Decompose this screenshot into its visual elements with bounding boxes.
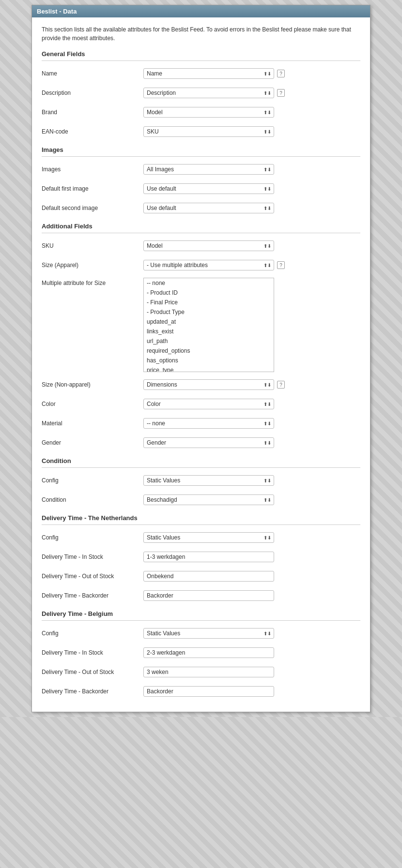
select-wrapper-ean: SKU ⬆⬇ (143, 126, 274, 137)
list-item[interactable]: price_type (144, 365, 274, 372)
field-delivery-nl-config: Config Static Values ⬆⬇ (42, 531, 360, 544)
select-delivery-be-config[interactable]: Static Values (143, 628, 274, 639)
select-gender[interactable]: Gender (143, 437, 274, 448)
select-condition-value[interactable]: Beschadigd (143, 494, 274, 505)
select-name[interactable]: Name (143, 68, 274, 79)
select-description[interactable]: Description (143, 88, 274, 98)
label-material: Material (42, 420, 143, 427)
select-size-apparel[interactable]: - Use multiple attributes (143, 260, 274, 270)
control-ean: SKU ⬆⬇ (143, 126, 360, 137)
select-wrapper-brand: Model ⬆⬇ (143, 107, 274, 118)
field-condition-value: Condition Beschadigd ⬆⬇ (42, 493, 360, 507)
listbox-multiple-attribute-size[interactable]: -- none - Product ID - Final Price - Pro… (143, 278, 274, 372)
input-delivery-nl-backorder[interactable] (143, 590, 274, 601)
field-default-second-image: Default second image Use default ⬆⬇ (42, 201, 360, 215)
select-sku[interactable]: Model (143, 240, 274, 251)
control-brand: Model ⬆⬇ (143, 107, 360, 118)
control-delivery-nl-out-of-stock (143, 571, 360, 582)
select-ean[interactable]: SKU (143, 126, 274, 137)
label-delivery-nl-backorder: Delivery Time - Backorder (42, 592, 143, 599)
input-delivery-be-in-stock[interactable] (143, 647, 274, 658)
field-size-apparel: Size (Apparel) - Use multiple attributes… (42, 258, 360, 272)
help-icon-description[interactable]: ? (277, 89, 285, 97)
field-default-first-image: Default first image Use default ⬆⬇ (42, 182, 360, 195)
select-wrapper-material: -- none ⬆⬇ (143, 418, 274, 429)
select-wrapper-color: Color ⬆⬇ (143, 399, 274, 409)
label-color: Color (42, 401, 143, 407)
control-delivery-nl-config: Static Values ⬆⬇ (143, 532, 360, 543)
select-brand[interactable]: Model (143, 107, 274, 118)
field-material: Material -- none ⬆⬇ (42, 417, 360, 430)
field-size-non-apparel: Size (Non-apparel) Dimensions ⬆⬇ ? (42, 378, 360, 391)
control-default-first-image: Use default ⬆⬇ (143, 183, 360, 194)
help-icon-name[interactable]: ? (277, 70, 285, 77)
select-size-non-apparel[interactable]: Dimensions (143, 379, 274, 390)
list-item[interactable]: -- none (144, 278, 274, 288)
select-condition-config[interactable]: Static Values (143, 475, 274, 486)
control-name: Name ⬆⬇ ? (143, 68, 360, 79)
help-icon-size-apparel[interactable]: ? (277, 261, 285, 269)
control-delivery-nl-backorder (143, 590, 360, 601)
input-delivery-be-backorder[interactable] (143, 686, 274, 697)
section-condition: Condition (42, 457, 360, 468)
control-delivery-be-config: Static Values ⬆⬇ (143, 628, 360, 639)
field-gender: Gender Gender ⬆⬇ (42, 436, 360, 449)
section-general-fields: General Fields (42, 50, 360, 61)
list-item[interactable]: - Product ID (144, 288, 274, 298)
label-brand: Brand (42, 109, 143, 116)
label-condition-config: Config (42, 477, 143, 484)
select-wrapper-description: Description ⬆⬇ (143, 88, 274, 98)
list-item[interactable]: updated_at (144, 317, 274, 327)
control-multiple-attribute-size: -- none - Product ID - Final Price - Pro… (143, 278, 360, 372)
control-size-apparel: - Use multiple attributes ⬆⬇ ? (143, 260, 360, 270)
control-description: Description ⬆⬇ ? (143, 88, 360, 98)
field-delivery-be-in-stock: Delivery Time - In Stock (42, 646, 360, 659)
field-delivery-nl-out-of-stock: Delivery Time - Out of Stock (42, 569, 360, 583)
select-wrapper-size-apparel: - Use multiple attributes ⬆⬇ (143, 260, 274, 270)
list-item[interactable]: links_exist (144, 327, 274, 336)
help-icon-size-non-apparel[interactable]: ? (277, 381, 285, 389)
select-images[interactable]: All Images (143, 164, 274, 175)
control-sku: Model ⬆⬇ (143, 240, 360, 251)
control-images: All Images ⬆⬇ (143, 164, 360, 175)
main-window: Beslist - Data This section lists all th… (31, 5, 371, 712)
field-name: Name Name ⬆⬇ ? (42, 67, 360, 80)
label-multiple-attribute-size: Multiple attribute for Size (42, 278, 143, 286)
select-wrapper-condition-config: Static Values ⬆⬇ (143, 475, 274, 486)
section-additional-fields: Additional Fields (42, 223, 360, 233)
input-delivery-be-out-of-stock[interactable] (143, 667, 274, 677)
input-delivery-nl-out-of-stock[interactable] (143, 571, 274, 582)
field-description: Description Description ⬆⬇ ? (42, 86, 360, 100)
label-condition-value: Condition (42, 496, 143, 503)
label-images: Images (42, 166, 143, 173)
list-item[interactable]: has_options (144, 356, 274, 365)
label-default-first-image: Default first image (42, 185, 143, 192)
control-delivery-be-backorder (143, 686, 360, 697)
select-wrapper-name: Name ⬆⬇ (143, 68, 274, 79)
control-gender: Gender ⬆⬇ (143, 437, 360, 448)
field-delivery-be-config: Config Static Values ⬆⬇ (42, 627, 360, 640)
select-color[interactable]: Color (143, 399, 274, 409)
input-delivery-nl-in-stock[interactable] (143, 552, 274, 562)
list-item[interactable]: - Product Type (144, 307, 274, 317)
field-condition-config: Config Static Values ⬆⬇ (42, 474, 360, 487)
title-bar: Beslist - Data (32, 5, 370, 17)
select-wrapper-condition-value: Beschadigd ⬆⬇ (143, 494, 274, 505)
field-delivery-nl-backorder: Delivery Time - Backorder (42, 589, 360, 602)
list-item[interactable]: required_options (144, 346, 274, 356)
select-wrapper-size-non-apparel: Dimensions ⬆⬇ (143, 379, 274, 390)
select-delivery-nl-config[interactable]: Static Values (143, 532, 274, 543)
select-default-second-image[interactable]: Use default (143, 203, 274, 213)
label-name: Name (42, 70, 143, 77)
control-material: -- none ⬆⬇ (143, 418, 360, 429)
field-brand: Brand Model ⬆⬇ (42, 105, 360, 119)
control-delivery-be-out-of-stock (143, 667, 360, 677)
list-item[interactable]: - Final Price (144, 298, 274, 307)
select-default-first-image[interactable]: Use default (143, 183, 274, 194)
field-images: Images All Images ⬆⬇ (42, 163, 360, 176)
label-delivery-nl-in-stock: Delivery Time - In Stock (42, 554, 143, 560)
control-default-second-image: Use default ⬆⬇ (143, 203, 360, 213)
list-item[interactable]: url_path (144, 336, 274, 346)
select-material[interactable]: -- none (143, 418, 274, 429)
intro-text: This section lists all the available att… (42, 25, 360, 43)
